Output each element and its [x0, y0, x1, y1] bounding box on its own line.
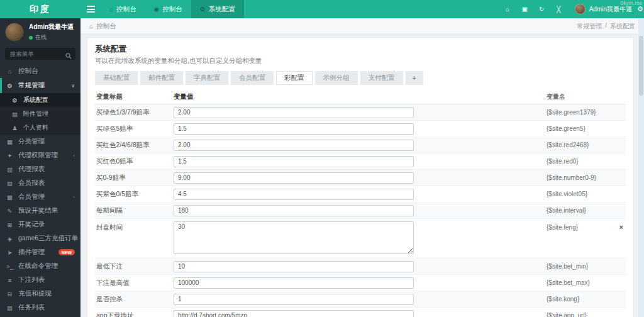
- home-icon: ⌂: [89, 23, 93, 30]
- topbar-tab-0[interactable]: ⌂控制台: [101, 0, 145, 18]
- sidebar-item-game6-orders[interactable]: ◈game6三方充值订单: [0, 231, 80, 245]
- sidebar-item-member-manage[interactable]: ▩会员管理‹: [0, 190, 80, 204]
- user-status-label: 在线: [35, 33, 47, 42]
- online-dot-icon: [29, 36, 33, 40]
- gear-icon: ⚙: [11, 97, 19, 104]
- table-row: 封盘时间30{$site.feng}×: [95, 219, 626, 259]
- sidebar-item-recharge-withdraw[interactable]: ⊟充值和提现: [0, 287, 80, 301]
- var-value-input-0[interactable]: [174, 107, 414, 118]
- sidebar-search: [5, 47, 75, 60]
- var-title: 最低下注: [95, 262, 174, 271]
- sidebar-item-label: 附件管理: [23, 109, 48, 118]
- var-title: 每期间隔: [95, 206, 174, 215]
- sidebar-item-label: 代理权限管理: [18, 151, 58, 160]
- sidebar-item-general-manage[interactable]: ⚙常规管理∨: [0, 78, 80, 93]
- sidebar-item-lottery-record[interactable]: ⊞开奖记录: [0, 218, 80, 231]
- book-icon: ▥: [6, 166, 14, 173]
- add-tab-button[interactable]: +: [406, 71, 423, 85]
- home-icon: ⌂: [6, 68, 14, 75]
- sidebar-item-agent-auth-manage[interactable]: ✦代理权限管理‹: [0, 148, 80, 162]
- scrollbar-thumb[interactable]: [639, 36, 643, 96]
- config-tab-1[interactable]: 邮件配置: [140, 71, 183, 85]
- var-value-input-6[interactable]: [174, 205, 414, 216]
- sidebar-item-console[interactable]: ⌂控制台: [0, 64, 80, 78]
- money-icon: ⊟: [6, 291, 14, 298]
- sidebar-item-label: 充值和提现: [18, 289, 52, 298]
- var-value-input-1[interactable]: [174, 123, 414, 135]
- sidebar: Admin我最牛逼 在线 ⌂控制台⚙常规管理∨⚙系统配置▤附件管理♟个人资料▦分…: [0, 18, 80, 317]
- sidebar-item-profile[interactable]: ♟个人资料: [0, 121, 80, 135]
- var-name-label: {$site.green5}: [547, 125, 586, 132]
- sidebar-item-preset-result[interactable]: ✎预设开奖结果: [0, 204, 80, 218]
- refresh-icon[interactable]: ↻: [533, 6, 550, 13]
- var-title: 买0-9赔率: [95, 174, 174, 182]
- sidebar-item-bet-list[interactable]: ≡下注列表: [0, 273, 80, 287]
- config-tab-2[interactable]: 字典配置: [186, 71, 228, 85]
- config-tab-4[interactable]: 彩配置: [276, 71, 313, 85]
- breadcrumb-parent[interactable]: 常规管理: [577, 22, 602, 31]
- var-name-label: {$site.violet05}: [547, 191, 587, 197]
- home-icon: ⌂: [109, 6, 113, 13]
- var-name: {$site.kong}: [547, 296, 626, 303]
- table-row: 最低下注{$site.bet_min}: [95, 259, 626, 275]
- var-name-label: {$site.app_url}: [547, 312, 587, 317]
- var-title: 买红色0赔率: [95, 157, 174, 166]
- sidebar-item-label: 系统配置: [23, 96, 48, 104]
- trash-icon[interactable]: ▣: [516, 6, 533, 13]
- breadcrumb-home[interactable]: 控制台: [96, 22, 116, 31]
- var-value-input-9[interactable]: [174, 277, 414, 289]
- sidebar-username: Admin我最牛逼: [29, 23, 74, 31]
- sidebar-item-attachment-manage[interactable]: ▤附件管理: [0, 107, 80, 121]
- sidebar-item-plugin-manage[interactable]: ➤插件管理NEW: [0, 245, 80, 259]
- var-value-cell: [174, 205, 547, 216]
- user-status: 在线: [29, 33, 74, 42]
- var-value-input-7[interactable]: 30: [174, 221, 414, 254]
- delete-var-icon[interactable]: ×: [619, 223, 623, 231]
- sidebar-item-agent-report[interactable]: ▥代理报表: [0, 162, 80, 176]
- scrollbar[interactable]: [638, 18, 644, 317]
- var-value-input-10[interactable]: [174, 294, 414, 305]
- fullscreen-icon[interactable]: ╳: [550, 6, 567, 13]
- sidebar-item-label: 插件管理: [18, 248, 45, 257]
- search-icon[interactable]: [65, 50, 72, 62]
- send-icon: ✎: [6, 208, 14, 214]
- var-value-input-11[interactable]: [174, 310, 414, 317]
- var-value-input-4[interactable]: [174, 172, 414, 184]
- sidebar-item-label: 下注列表: [18, 275, 45, 284]
- app-logo: 印度: [0, 0, 80, 18]
- hamburger-menu-icon[interactable]: [80, 0, 101, 18]
- config-tab-6[interactable]: 支付配置: [360, 71, 403, 85]
- table-row: app下载地址{$site.app_url}: [95, 308, 626, 317]
- sidebar-avatar[interactable]: [5, 23, 24, 42]
- watermark: 0kym.me: [621, 0, 642, 6]
- config-tab-3[interactable]: 会员配置: [231, 71, 274, 85]
- home-icon[interactable]: ⌂: [499, 6, 516, 13]
- dashboard-icon: ◉: [154, 6, 160, 13]
- topbar-tab-2[interactable]: ⚙系统配置: [191, 0, 244, 18]
- config-tab-5[interactable]: 示例分组: [315, 71, 358, 85]
- new-badge: NEW: [58, 249, 75, 255]
- var-name-label: {$site.green1379}: [547, 109, 596, 116]
- var-value-input-5[interactable]: [174, 189, 414, 200]
- gear-icon: ⚙: [200, 6, 206, 13]
- table-row: 买红色0赔率{$site.red0}: [95, 153, 626, 170]
- sidebar-item-online-command[interactable]: >_在线命令管理: [0, 259, 80, 273]
- var-value-input-3[interactable]: [174, 156, 414, 167]
- tasks-icon: ▤: [6, 304, 14, 311]
- sidebar-item-member-report[interactable]: ▧会员报表: [0, 176, 80, 190]
- config-tab-0[interactable]: 基础配置: [95, 71, 138, 85]
- topbar-tab-1[interactable]: ◉控制台: [145, 0, 191, 18]
- sidebar-menu: ⌂控制台⚙常规管理∨⚙系统配置▤附件管理♟个人资料▦分类管理✦代理权限管理‹▥代…: [0, 64, 80, 314]
- page-subtitle: 可以在此增改系统的变量和分组,也可以自定义分组和变量: [95, 57, 626, 65]
- var-value-input-8[interactable]: [174, 261, 414, 272]
- var-title: 买紫色0/5赔率: [95, 190, 174, 199]
- avatar[interactable]: [575, 4, 586, 14]
- sidebar-item-category-manage[interactable]: ▦分类管理: [0, 135, 80, 148]
- var-value-input-2[interactable]: [174, 140, 414, 151]
- table-row: 是否控杀{$site.kong}: [95, 291, 626, 308]
- shield-icon: ◈: [6, 235, 14, 242]
- sidebar-item-task-list[interactable]: ▤任务列表: [0, 301, 80, 314]
- page-title: 系统配置: [95, 44, 626, 55]
- var-name-label: {$site.bet_max}: [547, 279, 590, 286]
- sidebar-item-system-config[interactable]: ⚙系统配置: [0, 93, 80, 107]
